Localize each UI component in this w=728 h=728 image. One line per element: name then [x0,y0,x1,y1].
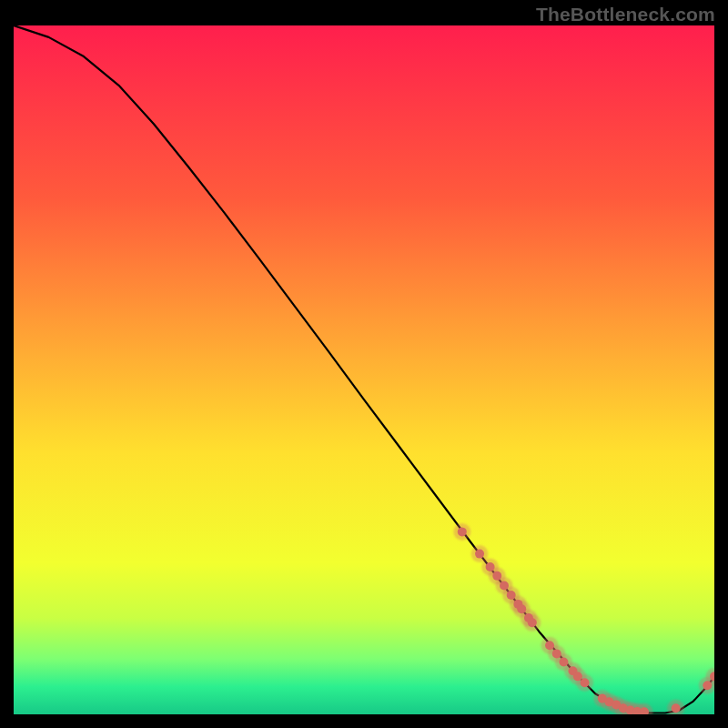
marker-point [507,591,516,600]
marker-point [500,581,509,590]
marker-point [672,703,681,713]
chart-stage: TheBottleneck.com [0,0,728,728]
marker-point [573,672,582,681]
gradient-background [14,25,714,714]
bottleneck-chart [14,25,714,714]
marker-point [545,641,554,650]
marker-point [559,657,568,666]
watermark-label: TheBottleneck.com [536,4,715,25]
marker-point [528,618,537,627]
marker-point [486,562,495,571]
marker-point [458,527,467,536]
marker-point [492,571,501,581]
marker-point [475,550,484,559]
marker-point [581,678,590,687]
marker-point [552,649,561,658]
marker-point [517,604,526,613]
marker-point [703,681,712,690]
